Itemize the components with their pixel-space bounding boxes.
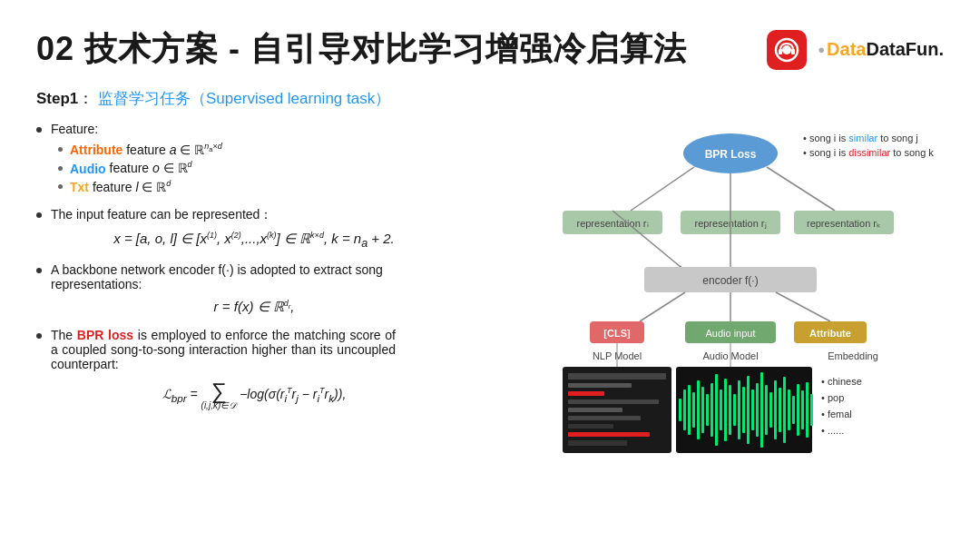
netease-icon — [773, 36, 800, 64]
audio-bold: Audio — [70, 161, 106, 175]
svg-rect-26 — [779, 388, 781, 432]
diagram-svg: BPR Loss • song i is similar to song j •… — [499, 122, 953, 552]
nlp-row-5 — [568, 416, 641, 420]
attr-item-femal: • femal — [821, 409, 852, 419]
attribute-bold: Attribute — [70, 143, 122, 157]
feature-main-bullet: Feature: — [36, 122, 472, 136]
nlp-row-active — [568, 391, 604, 396]
txt-bold: Txt — [70, 180, 89, 194]
step-description: 监督学习任务（Supervised learning task） — [98, 90, 390, 107]
svg-rect-9 — [701, 387, 704, 433]
step-number: Step1 — [36, 90, 78, 107]
audio-feature-text: Audio feature o ∈ ℝd — [70, 161, 192, 176]
nlp-row-active-2 — [568, 432, 650, 437]
svg-point-1 — [782, 45, 791, 54]
line-enc-cls — [640, 292, 685, 321]
logos-area: ● DataDataFun. — [767, 30, 944, 70]
svg-rect-2 — [779, 49, 782, 54]
txt-feature-text: Txt feature l ∈ ℝd — [70, 179, 171, 194]
audio-input-label: Audio input — [705, 328, 755, 339]
nlp-row-4 — [568, 408, 622, 412]
svg-rect-20 — [751, 389, 754, 430]
song-similar-label: • song i is similar to song j — [803, 133, 918, 143]
bpr-math: ℒbpr = ∑ (i,j,k)∈𝒟 −log(σ(riTrj − riTrk)… — [36, 379, 472, 411]
txt-feature-bullet: Txt feature l ∈ ℝd — [58, 179, 472, 194]
input-feature-label: The input feature can be represented： — [51, 207, 272, 223]
svg-rect-11 — [710, 383, 713, 437]
encoder-math: r = f(x) ∈ ℝdr, — [36, 299, 472, 315]
svg-rect-12 — [715, 374, 718, 446]
netease-logo — [767, 30, 807, 70]
svg-rect-19 — [747, 376, 750, 444]
input-feature-section: The input feature can be represented： x … — [36, 207, 472, 250]
embedding-label: Embedding — [828, 350, 878, 361]
svg-rect-14 — [724, 379, 727, 441]
nlp-row-1 — [568, 373, 666, 380]
right-column: BPR Loss • song i is similar to song j •… — [499, 122, 953, 552]
input-feature-main: The input feature can be represented： — [36, 207, 472, 223]
svg-rect-10 — [706, 394, 709, 426]
nlp-row-6 — [568, 424, 613, 429]
svg-rect-13 — [720, 389, 722, 430]
header: 02 技术方案 - 自引导对比学习增强冷启算法 ● DataDataFun. — [36, 27, 944, 72]
svg-rect-29 — [792, 396, 795, 424]
cls-label: [CLS] — [603, 328, 631, 339]
sub-bullet-dot-3 — [58, 184, 63, 189]
svg-rect-30 — [797, 384, 799, 436]
bpr-section: The BPR loss is employed to enforce the … — [36, 328, 472, 411]
encoder-label-text: A backbone network encoder f(·) is adopt… — [51, 262, 472, 291]
bullet-dot-4 — [36, 333, 42, 339]
attribute-feature-bullet: Attribute feature a ∈ ℝna×d — [58, 142, 472, 157]
svg-rect-5 — [683, 389, 686, 430]
line-bpr-rep-k — [767, 167, 835, 211]
line-enc-attr — [776, 292, 830, 321]
bullet-dot-3 — [36, 268, 42, 273]
svg-rect-4 — [679, 399, 681, 421]
attribute-label-node: Attribute — [809, 328, 851, 339]
attr-item-more: • ...... — [821, 425, 844, 436]
nlp-row-7 — [568, 440, 627, 446]
datafun-logo: ● DataDataFun. — [818, 39, 944, 60]
svg-rect-32 — [806, 382, 808, 438]
svg-rect-7 — [692, 392, 695, 428]
attr-item-pop: • pop — [821, 392, 844, 403]
page: 02 技术方案 - 自引导对比学习增强冷启算法 ● DataDataFun. — [0, 0, 980, 552]
encoder-main: A backbone network encoder f(·) is adopt… — [36, 262, 472, 291]
bpr-loss-label: BPR Loss — [705, 148, 757, 161]
main-content: Feature: Attribute feature a ∈ ℝna×d Aud… — [36, 122, 944, 552]
svg-rect-17 — [738, 380, 740, 439]
bullet-dot-2 — [36, 212, 42, 218]
feature-label: Feature: — [51, 122, 98, 136]
line-bpr-rep-i — [631, 167, 694, 211]
svg-rect-22 — [760, 372, 763, 448]
page-title: 02 技术方案 - 自引导对比学习增强冷启算法 — [36, 27, 687, 72]
step-label: Step1： 监督学习任务（Supervised learning task） — [36, 88, 944, 109]
svg-rect-6 — [688, 385, 691, 435]
svg-rect-25 — [774, 380, 777, 439]
rep-i-label: representation rᵢ — [576, 218, 648, 229]
attr-item-chinese: • chinese — [821, 376, 862, 387]
svg-rect-23 — [765, 385, 768, 435]
feature-section: Feature: Attribute feature a ∈ ℝna×d Aud… — [36, 122, 472, 194]
bullet-dot — [36, 127, 42, 133]
svg-rect-21 — [756, 383, 759, 437]
svg-rect-33 — [810, 394, 813, 426]
sub-bullet-dot — [58, 147, 63, 152]
svg-rect-27 — [783, 377, 786, 443]
input-feature-math: x = [a, o, l] ∈ [x(1), x(2),...,x(k)] ∈ … — [36, 231, 472, 250]
svg-rect-15 — [729, 385, 731, 435]
nlp-row-2 — [568, 383, 632, 388]
bpr-main: The BPR loss is employed to enforce the … — [36, 328, 472, 371]
song-dissimilar-label: • song i is dissimilar to song k — [803, 147, 934, 158]
svg-rect-18 — [742, 387, 745, 433]
encoder-label-node: encoder f(·) — [702, 274, 758, 287]
bpr-bold-label: BPR loss — [77, 328, 133, 342]
svg-rect-8 — [697, 380, 700, 439]
svg-rect-31 — [801, 390, 804, 429]
svg-rect-28 — [788, 389, 790, 430]
nlp-row-3 — [568, 399, 659, 404]
svg-rect-3 — [791, 49, 795, 54]
svg-rect-24 — [769, 392, 772, 428]
left-column: Feature: Attribute feature a ∈ ℝna×d Aud… — [36, 122, 472, 552]
encoder-section: A backbone network encoder f(·) is adopt… — [36, 262, 472, 315]
